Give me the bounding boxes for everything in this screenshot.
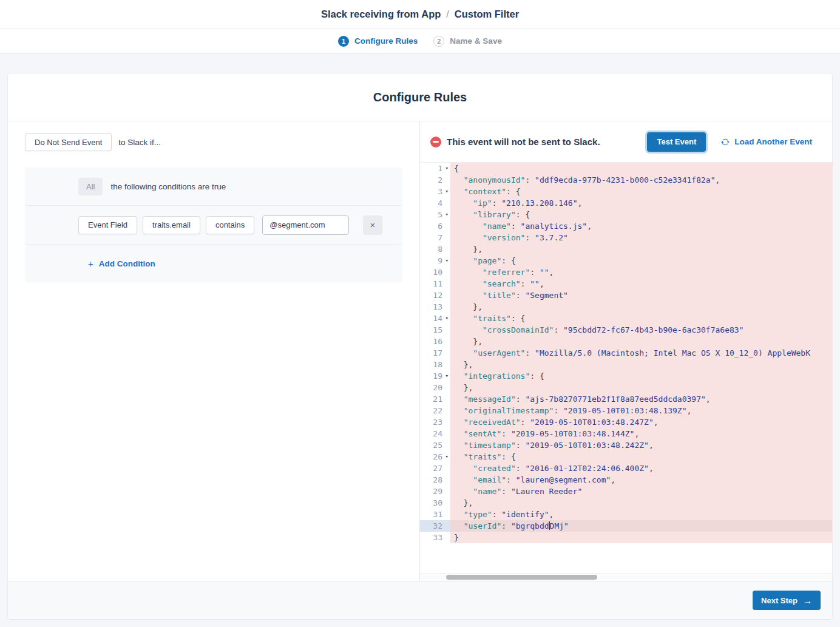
code-line[interactable]: 27 "created": "2016-01-12T02:24:06.400Z"… bbox=[420, 463, 832, 474]
match-mode-chip[interactable]: All bbox=[78, 178, 103, 195]
field-path-button[interactable]: traits.email bbox=[143, 216, 200, 234]
code-text: "userAgent": "Mozilla/5.0 (Macintosh; In… bbox=[450, 347, 832, 359]
code-text: "timestamp": "2019-05-10T01:03:48.242Z", bbox=[450, 439, 832, 451]
code-line[interactable]: 25 "timestamp": "2019-05-10T01:03:48.242… bbox=[420, 439, 832, 451]
operator-button[interactable]: contains bbox=[206, 216, 254, 234]
line-number: 23 bbox=[420, 416, 450, 428]
code-line[interactable]: 32 "userId": "bgrqbddDMj" bbox=[420, 520, 832, 532]
code-text: "anonymousId": "ddf9ecda-977b-4231-b000-… bbox=[450, 174, 832, 186]
stepper-step-configure-rules[interactable]: 1 Configure Rules bbox=[338, 36, 418, 47]
code-text: "page": { bbox=[450, 255, 832, 266]
code-line[interactable]: 2 "anonymousId": "ddf9ecda-977b-4231-b00… bbox=[420, 174, 832, 186]
stepper: 1 Configure Rules 2 Name & Save bbox=[0, 29, 840, 53]
card-body: Do Not Send Event to Slack if... All the… bbox=[8, 121, 832, 581]
code-line[interactable]: 10 "referrer": "", bbox=[420, 266, 832, 278]
code-line[interactable]: 17 "userAgent": "Mozilla/5.0 (Macintosh;… bbox=[420, 347, 832, 359]
code-line[interactable]: 20 }, bbox=[420, 382, 832, 393]
line-number: 25 bbox=[420, 439, 450, 451]
code-text: "originalTimestamp": "2019-05-10T01:03:4… bbox=[450, 405, 832, 416]
code-text: "userId": "bgrqbddDMj" bbox=[450, 520, 832, 532]
code-line[interactable]: 11 "search": "", bbox=[420, 278, 832, 290]
code-line[interactable]: 14▾ "traits": { bbox=[420, 313, 832, 324]
code-line[interactable]: 1▾{ bbox=[420, 163, 832, 174]
code-line[interactable]: 22 "originalTimestamp": "2019-05-10T01:0… bbox=[420, 405, 832, 416]
fold-arrow-icon[interactable]: ▾ bbox=[445, 186, 449, 197]
code-text: }, bbox=[450, 336, 832, 347]
code-line[interactable]: 30 }, bbox=[420, 497, 832, 509]
code-line[interactable]: 31 "type": "identify", bbox=[420, 509, 832, 520]
code-line[interactable]: 21 "messageId": "ajs-7b8270771eb2f1f8a87… bbox=[420, 393, 832, 405]
code-line[interactable]: 7 "version": "3.7.2" bbox=[420, 232, 832, 243]
line-number: 28 bbox=[420, 474, 450, 486]
fold-arrow-icon[interactable]: ▾ bbox=[445, 451, 449, 463]
code-text: "integrations": { bbox=[450, 370, 832, 382]
line-number: 9▾ bbox=[420, 255, 450, 266]
fold-arrow-icon[interactable]: ▾ bbox=[445, 370, 449, 382]
step-number-badge: 2 bbox=[433, 36, 444, 47]
next-step-button[interactable]: Next Step → bbox=[753, 591, 821, 610]
code-text: { bbox=[450, 163, 832, 174]
code-line[interactable]: 24 "sentAt": "2019-05-10T01:03:48.144Z", bbox=[420, 428, 832, 439]
field-type-button[interactable]: Event Field bbox=[78, 216, 137, 234]
code-line[interactable]: 26▾ "traits": { bbox=[420, 451, 832, 463]
code-text: }, bbox=[450, 382, 832, 393]
code-text: "crossDomainId": "95cbdd72-fc67-4b43-b90… bbox=[450, 324, 832, 336]
stepper-step-name-save[interactable]: 2 Name & Save bbox=[433, 36, 502, 47]
step-label: Configure Rules bbox=[354, 36, 418, 46]
code-line[interactable]: 9▾ "page": { bbox=[420, 255, 832, 266]
line-number: 18 bbox=[420, 359, 450, 370]
code-line[interactable]: 16 }, bbox=[420, 336, 832, 347]
test-result-bar: This event will not be sent to Slack. Te… bbox=[420, 121, 832, 163]
scrollbar-thumb[interactable] bbox=[446, 575, 597, 580]
code-text: "created": "2016-01-12T02:24:06.400Z", bbox=[450, 463, 832, 474]
line-number: 7 bbox=[420, 232, 450, 243]
condition-value-input[interactable] bbox=[262, 215, 349, 235]
line-number: 33 bbox=[420, 532, 450, 543]
fold-arrow-icon[interactable]: ▾ bbox=[445, 163, 449, 174]
code-text: "messageId": "ajs-7b8270771eb2f1f8a87eed… bbox=[450, 393, 832, 405]
code-text: "ip": "210.13.208.146", bbox=[450, 197, 832, 209]
do-not-send-event-button[interactable]: Do Not Send Event bbox=[25, 133, 112, 151]
add-condition-label: Add Condition bbox=[99, 259, 155, 268]
code-line[interactable]: 6 "name": "analytics.js", bbox=[420, 220, 832, 232]
destination-clause-text: to Slack if... bbox=[118, 138, 161, 147]
breadcrumb-source[interactable]: Slack receiving from App bbox=[321, 8, 441, 20]
line-number: 1▾ bbox=[420, 163, 450, 174]
code-line[interactable]: 4 "ip": "210.13.208.146", bbox=[420, 197, 832, 209]
code-line[interactable]: 15 "crossDomainId": "95cbdd72-fc67-4b43-… bbox=[420, 324, 832, 336]
fold-arrow-icon[interactable]: ▾ bbox=[445, 209, 449, 220]
code-line[interactable]: 12 "title": "Segment" bbox=[420, 290, 832, 301]
line-number: 22 bbox=[420, 405, 450, 416]
code-line[interactable]: 5▾ "library": { bbox=[420, 209, 832, 220]
add-condition-button[interactable]: + Add Condition bbox=[88, 259, 155, 268]
line-number: 10 bbox=[420, 266, 450, 278]
code-line[interactable]: 8 }, bbox=[420, 243, 832, 255]
code-line[interactable]: 3▾ "context": { bbox=[420, 186, 832, 197]
fold-arrow-icon[interactable]: ▾ bbox=[445, 255, 449, 266]
step-number-badge: 1 bbox=[338, 36, 349, 47]
line-number: 15 bbox=[420, 324, 450, 336]
line-number: 17 bbox=[420, 347, 450, 359]
line-number: 20 bbox=[420, 382, 450, 393]
code-line[interactable]: 33} bbox=[420, 532, 832, 543]
code-line[interactable]: 13 }, bbox=[420, 301, 832, 313]
test-event-button[interactable]: Test Event bbox=[647, 132, 706, 152]
code-text: "traits": { bbox=[450, 313, 832, 324]
code-line[interactable]: 29 "name": "Lauren Reeder" bbox=[420, 486, 832, 497]
load-another-event-link[interactable]: Load Another Event bbox=[721, 137, 812, 146]
code-text: }, bbox=[450, 243, 832, 255]
fold-arrow-icon[interactable]: ▾ bbox=[445, 313, 449, 324]
remove-condition-button[interactable]: × bbox=[363, 215, 382, 235]
code-line[interactable]: 19▾ "integrations": { bbox=[420, 370, 832, 382]
trigger-row: Do Not Send Event to Slack if... bbox=[8, 121, 419, 151]
line-number: 16 bbox=[420, 336, 450, 347]
arrow-right-icon: → bbox=[803, 596, 812, 605]
step-label: Name & Save bbox=[450, 36, 502, 46]
code-line[interactable]: 18 }, bbox=[420, 359, 832, 370]
code-line[interactable]: 28 "email": "lauren@segment.com", bbox=[420, 474, 832, 486]
match-mode-row: All the following conditions are true bbox=[25, 168, 402, 206]
line-number: 11 bbox=[420, 278, 450, 290]
json-editor[interactable]: 1▾{2 "anonymousId": "ddf9ecda-977b-4231-… bbox=[420, 163, 832, 573]
code-text: }, bbox=[450, 301, 832, 313]
code-line[interactable]: 23 "receivedAt": "2019-05-10T01:03:48.24… bbox=[420, 416, 832, 428]
